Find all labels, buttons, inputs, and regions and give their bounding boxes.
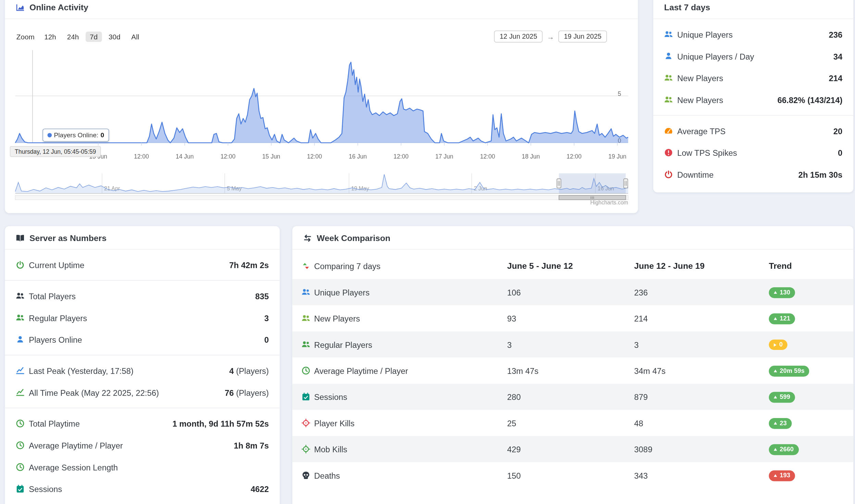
stat-value: 214 — [829, 73, 843, 83]
row-label: Player Kills — [314, 418, 355, 428]
x-axis-label: 12:00 — [307, 153, 322, 160]
zoom-all-button[interactable]: All — [127, 32, 144, 42]
navigator-line — [15, 174, 628, 191]
users-icon — [16, 292, 24, 300]
trend-up-icon — [774, 396, 777, 399]
week-comparison-card: Week Comparison Comparing 7 days June 5 … — [292, 226, 853, 504]
x-axis-label: 15 Jun — [262, 153, 281, 160]
stat-value: 7h 42m 2s — [229, 260, 269, 269]
stat-label: Average Playtime / Player — [29, 441, 123, 450]
stat-value: 4 (Players) — [229, 366, 269, 375]
current-week-value: 34m 47s — [634, 366, 769, 375]
range-from-input[interactable]: 12 Jun 2025 — [494, 30, 543, 42]
x-axis-label: 16 Jun — [349, 153, 367, 160]
current-week-value: 236 — [634, 288, 769, 297]
week-comparison-table: Comparing 7 days June 5 - June 12 June 1… — [292, 250, 853, 488]
stat-row-total-playtime: Total Playtime 1 month, 9d 11h 57m 52s — [5, 413, 280, 434]
stat-label: Unique Players — [677, 30, 733, 39]
server-as-numbers-card: Server as Numbers Current Uptime 7h 42m … — [5, 226, 280, 504]
crosshairs-icon — [301, 445, 310, 453]
last-7-days-list: Unique Players 236 Unique Players / Day … — [653, 19, 853, 190]
calendar-check-icon — [16, 484, 24, 493]
card-title: Last 7 days — [664, 3, 710, 13]
stat-label: Last Peak (Yesterday, 17:58) — [29, 366, 133, 375]
chart-line-icon — [16, 366, 24, 375]
trend-badge: 130 — [769, 287, 795, 298]
stat-row-players-online: Players Online 0 — [5, 329, 280, 351]
table-row-new-players: New Players 93 214 121 — [292, 305, 853, 331]
stat-value: 2h 15m 30s — [798, 170, 843, 179]
table-row-mob-kills: Mob Kills 429 3089 2660 — [292, 436, 853, 462]
arrow-right-icon: → — [547, 33, 554, 41]
table-row-deaths: Deaths 150 343 193 — [292, 462, 853, 488]
trend-up-icon — [774, 474, 777, 477]
stat-value: 4622 — [251, 484, 269, 493]
stat-value: 0 — [264, 335, 269, 344]
server-numbers-list: Current Uptime 7h 42m 2s Total Players 8… — [5, 250, 280, 504]
stat-row-new-players: New Players 214 — [653, 67, 853, 89]
stat-row-total-players: Total Players 835 — [5, 285, 280, 307]
stat-row-new-players-percent: New Players 66.82% (143/214) — [653, 89, 853, 111]
calendar-check-icon — [301, 392, 310, 401]
trend-up-icon — [774, 422, 777, 425]
zoom-24h-button[interactable]: 24h — [63, 32, 83, 42]
divider — [5, 280, 280, 281]
stat-row-all-time-peak: All Time Peak (May 22 2025, 22:56) 76 (P… — [5, 381, 280, 403]
table-header-row: Comparing 7 days June 5 - June 12 June 1… — [292, 253, 853, 279]
zoom-controls: Zoom 12h 24h 7d 30d All — [16, 32, 144, 42]
current-week-value: 343 — [634, 471, 769, 480]
scrollbar-track[interactable] — [15, 196, 628, 200]
stat-value: 66.82% (143/214) — [778, 95, 843, 104]
row-label: New Players — [314, 314, 360, 323]
stat-row-average-session-length: Average Session Length — [5, 456, 280, 478]
sort-icon — [301, 262, 310, 270]
divider — [653, 115, 853, 116]
x-axis-label: 19 Jun — [608, 153, 627, 160]
column-header: Trend — [769, 261, 853, 271]
prev-week-value: 13m 47s — [507, 366, 634, 375]
trend-badge: 193 — [769, 470, 795, 481]
navigator-handle[interactable] — [624, 179, 628, 188]
table-row-average-playtime: Average Playtime / Player 13m 47s 34m 47… — [292, 357, 853, 383]
prev-week-value: 280 — [507, 392, 634, 401]
navigator-handle[interactable] — [557, 179, 561, 188]
current-week-value: 3089 — [634, 444, 769, 454]
clock-icon — [301, 366, 310, 375]
stat-row-regular-players: Regular Players 3 — [5, 307, 280, 329]
zoom-30d-button[interactable]: 30d — [104, 32, 125, 42]
zoom-7d-button[interactable]: 7d — [85, 32, 102, 42]
date-range: 12 Jun 2025 → 19 Jun 2025 — [494, 30, 607, 42]
range-to-input[interactable]: 19 Jun 2025 — [558, 30, 607, 42]
stat-label: Average Session Length — [29, 463, 118, 472]
users-icon — [664, 96, 673, 104]
stat-label: Average TPS — [677, 126, 726, 136]
current-week-value: 48 — [634, 418, 769, 428]
prev-week-value: 93 — [507, 314, 634, 323]
x-axis-label: 18 Jun — [522, 153, 540, 160]
current-week-value: 879 — [634, 392, 769, 401]
user-icon — [664, 52, 673, 60]
stat-value: 1 month, 9d 11h 57m 52s — [172, 419, 269, 428]
stat-label: Sessions — [29, 484, 62, 493]
users-icon — [301, 340, 310, 349]
column-header: Comparing 7 days — [314, 261, 381, 270]
stat-value: 76 (Players) — [225, 388, 269, 397]
prev-week-value: 150 — [507, 471, 634, 480]
trend-badge: 121 — [769, 314, 795, 324]
trend-up-icon — [774, 317, 777, 320]
current-week-value: 3 — [634, 340, 769, 349]
row-label: Unique Players — [314, 288, 370, 297]
dashboard: Online Activity 0513 Jun12:0014 Jun12:00… — [0, 0, 855, 504]
skull-icon — [301, 471, 310, 479]
stat-label: New Players — [677, 95, 723, 104]
exchange-icon — [303, 234, 312, 242]
x-axis-label: 12:00 — [221, 153, 236, 160]
x-axis-label: 14 Jun — [176, 153, 194, 160]
highcharts-credit[interactable]: Highcharts.com — [590, 200, 628, 206]
stat-label: Current Uptime — [29, 260, 84, 269]
series-marker-icon — [47, 133, 52, 137]
navigator-selection[interactable] — [559, 173, 626, 193]
users-icon — [664, 30, 673, 39]
stat-label: Downtime — [677, 170, 714, 179]
zoom-12h-button[interactable]: 12h — [40, 32, 61, 42]
